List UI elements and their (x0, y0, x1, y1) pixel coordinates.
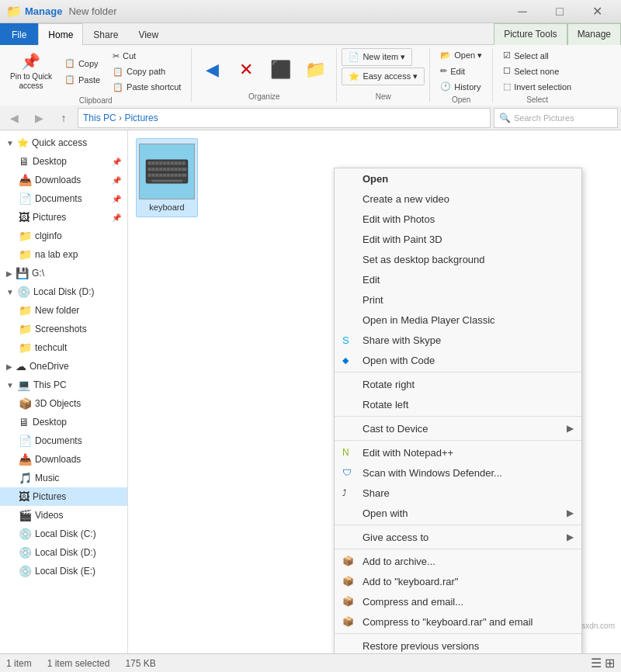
ctx-rotate-left[interactable]: Rotate left (335, 394, 581, 414)
sidebar-item-documents-quick[interactable]: 📄 Documents 📌 (0, 189, 127, 208)
ctx-restore-versions[interactable]: Restore previous versions (335, 636, 581, 653)
grid-view-icon[interactable]: ⊞ (605, 656, 615, 670)
sidebar-item-local-e[interactable]: 💿 Local Disk (E:) (0, 562, 127, 580)
sidebar-item-videos[interactable]: 🎬 Videos (0, 506, 127, 525)
sidebar-item-downloads-pc[interactable]: 📥 Downloads (0, 450, 127, 469)
cut-button[interactable]: ✂ Cut (107, 49, 186, 64)
desktop-label: Desktop (33, 156, 109, 167)
svg-rect-26 (148, 174, 151, 177)
svg-rect-16 (148, 168, 151, 171)
ctx-open-code[interactable]: ◆ Open with Code (335, 350, 581, 370)
ctx-edit[interactable]: Edit (335, 269, 581, 289)
ctx-rotate-left-label: Rotate left (363, 399, 408, 410)
ctx-scan-defender[interactable]: 🛡 Scan with Windows Defender... (335, 462, 581, 483)
address-bar[interactable]: This PC › Pictures (78, 108, 491, 128)
sidebar-item-g-drive[interactable]: ▶ 💾 G:\ (0, 264, 127, 282)
forward-button[interactable]: ▶ (28, 108, 50, 128)
sidebar-item-music[interactable]: 🎵 Music (0, 469, 127, 487)
tab-share[interactable]: Share (83, 23, 128, 45)
move-button[interactable]: 📁 (300, 56, 331, 84)
history-button[interactable]: 🕐 History (435, 79, 486, 94)
ctx-share[interactable]: ⤴ Share (335, 483, 581, 503)
sidebar-item-desktop-quick[interactable]: 🖥 Desktop 📌 (0, 152, 127, 171)
sidebar-item-downloads-quick[interactable]: 📥 Downloads 📌 (0, 171, 127, 189)
tab-picture-tools[interactable]: Picture Tools (494, 23, 567, 45)
sidebar-item-clginfo[interactable]: 📁 clginfo (0, 227, 127, 245)
history-icon: 🕐 (440, 81, 451, 92)
sidebar-item-pictures-quick[interactable]: 🖼 Pictures 📌 (0, 208, 127, 227)
pin-icon-documents: 📌 (112, 195, 121, 203)
sidebar-item-local-disk-d[interactable]: ▼ 💿 Local Disk (D:) (0, 282, 127, 301)
sidebar-item-onedrive[interactable]: ▶ ☁ OneDrive (0, 357, 127, 376)
sidebar-item-pictures-pc[interactable]: 🖼 Pictures (0, 487, 127, 506)
paste-button[interactable]: 📋 Paste (59, 72, 106, 87)
select-all-button[interactable]: ☑ Select all (498, 48, 554, 63)
this-pc-link[interactable]: This PC (83, 113, 116, 123)
downloads-quick-label: Downloads (35, 175, 109, 185)
sidebar-item-nalab[interactable]: 📁 na lab exp (0, 245, 127, 264)
ctx-set-desktop[interactable]: Set as desktop background (335, 249, 581, 269)
ctx-open-with[interactable]: Open with ▶ (335, 503, 581, 523)
sidebar-item-documents-pc[interactable]: 📄 Documents (0, 431, 127, 450)
select-none-button[interactable]: ☐ Select none (498, 64, 564, 78)
pictures-link[interactable]: Pictures (124, 113, 158, 123)
ctx-add-rar[interactable]: 📦 Add to "keyboard.rar" (335, 571, 581, 591)
pin-icon: 📌 (21, 52, 40, 71)
ctx-divider-1 (335, 372, 581, 372)
tab-view[interactable]: View (128, 23, 168, 45)
pin-icon-desktop: 📌 (112, 158, 121, 166)
rename-btn[interactable]: ⬛ (265, 56, 297, 84)
sidebar-item-techcult[interactable]: 📁 techcult (0, 338, 127, 357)
back-button[interactable]: ◀ (3, 108, 25, 128)
minimize-button[interactable]: ─ (505, 0, 540, 23)
ctx-give-access[interactable]: Give access to ▶ (335, 527, 581, 547)
file-item-keyboard[interactable]: keyboard (136, 138, 198, 217)
svg-rect-36 (152, 180, 182, 182)
search-bar[interactable]: 🔍 Search Pictures (494, 108, 618, 128)
back-nav-button[interactable]: ◀ (196, 56, 227, 84)
sidebar-section-quick-access[interactable]: ▼ ⭐ Quick access (0, 133, 127, 152)
sidebar-item-local-d2[interactable]: 💿 Local Disk (D:) (0, 543, 127, 562)
ctx-notepad-plus[interactable]: N Edit with Notepad++ (335, 442, 581, 462)
sidebar-item-this-pc[interactable]: ▼ 💻 This PC (0, 376, 127, 394)
sidebar-item-new-folder[interactable]: 📁 New folder (0, 301, 127, 320)
copy-path-button[interactable]: 📋 Copy path (107, 64, 186, 79)
ctx-create-video[interactable]: Create a new video (335, 189, 581, 209)
close-button[interactable]: ✕ (579, 0, 615, 23)
ctx-edit-photos[interactable]: Edit with Photos (335, 209, 581, 229)
ctx-compress-rar-email[interactable]: 📦 Compress to "keyboard.rar" and email (335, 611, 581, 632)
copy-button[interactable]: 📋 Copy (59, 56, 106, 71)
select-all-icon: ☑ (503, 50, 511, 61)
ctx-add-archive[interactable]: 📦 Add to archive... (335, 551, 581, 571)
sidebar-item-local-c[interactable]: 💿 Local Disk (C:) (0, 525, 127, 543)
sidebar-item-screenshots[interactable]: 📁 Screenshots (0, 320, 127, 338)
list-view-icon[interactable]: ☰ (591, 656, 602, 670)
paste-shortcut-button[interactable]: 📋 Paste shortcut (107, 80, 186, 95)
edit-button[interactable]: ✏ Edit (435, 64, 470, 78)
tab-file[interactable]: File (0, 23, 38, 45)
ctx-edit-paint3d[interactable]: Edit with Paint 3D (335, 229, 581, 249)
up-button[interactable]: ↑ (53, 108, 75, 128)
ctx-print[interactable]: Print (335, 289, 581, 310)
folder-icon: 📁 (6, 4, 22, 19)
ctx-share-skype[interactable]: S Share with Skype (335, 330, 581, 350)
tab-manage[interactable]: Manage (567, 23, 621, 45)
sidebar-item-3d-objects[interactable]: 📦 3D Objects (0, 394, 127, 413)
tab-home[interactable]: Home (38, 23, 83, 45)
invert-selection-button[interactable]: ⬚ Invert selection (498, 79, 577, 94)
ctx-open-media[interactable]: Open in Media Player Classic (335, 310, 581, 330)
ctx-cast-device[interactable]: Cast to Device ▶ (335, 418, 581, 438)
ctx-open[interactable]: Open (335, 168, 581, 189)
new-item-button[interactable]: 📄 New item ▾ (342, 48, 412, 66)
easy-access-button[interactable]: ⭐ Easy access ▾ (342, 68, 425, 85)
svg-rect-31 (167, 174, 170, 177)
pin-to-quick-button[interactable]: 📌 Pin to Quickaccess (5, 48, 57, 95)
ctx-rotate-right[interactable]: Rotate right (335, 374, 581, 394)
pictures-quick-icon: 🖼 (19, 211, 29, 223)
delete-button[interactable]: ✕ (231, 56, 262, 84)
open-button[interactable]: 📂 Open ▾ (435, 48, 487, 63)
sidebar-item-desktop-pc[interactable]: 🖥 Desktop (0, 413, 127, 431)
onedrive-label: OneDrive (29, 361, 69, 372)
ctx-compress-email[interactable]: 📦 Compress and email... (335, 591, 581, 611)
maximize-button[interactable]: □ (542, 0, 578, 23)
